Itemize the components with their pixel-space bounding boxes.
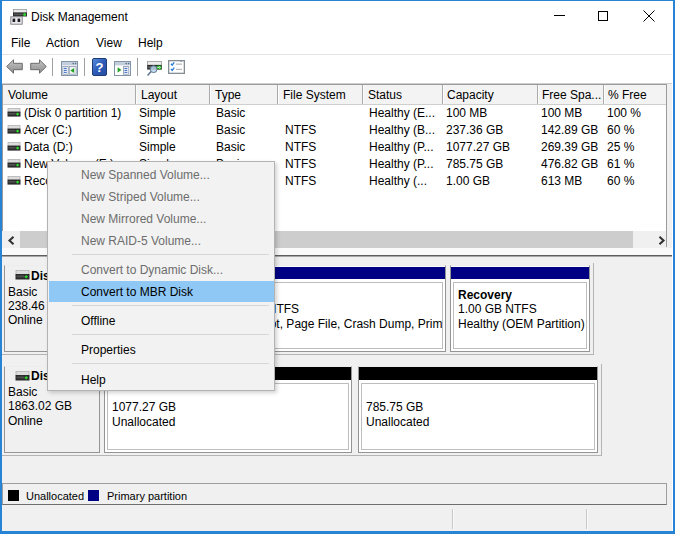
- svg-text:?: ?: [96, 60, 104, 75]
